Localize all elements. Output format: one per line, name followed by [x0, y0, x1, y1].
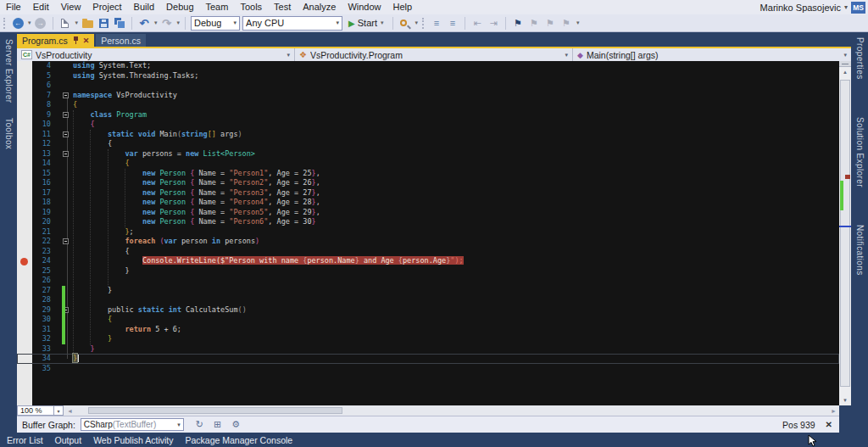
window-icon[interactable]: ⊞ — [214, 419, 221, 430]
account-name[interactable]: Marinko Spasojevic — [760, 3, 841, 13]
outline-margin[interactable] — [61, 81, 73, 91]
code-line[interactable]: 22 foreach (var person in persons) — [17, 237, 839, 247]
menu-build[interactable]: Build — [128, 0, 160, 14]
outline-margin[interactable] — [61, 237, 73, 247]
collapse-icon[interactable] — [63, 131, 69, 137]
outline-margin[interactable] — [61, 266, 73, 277]
sidebar-tab-server-explorer[interactable]: Server Explorer — [4, 39, 14, 103]
outline-margin[interactable] — [61, 120, 73, 130]
open-file-button[interactable] — [81, 16, 94, 31]
new-file-button[interactable] — [58, 16, 72, 31]
code-line[interactable]: 27 } — [17, 286, 839, 296]
undo-dropdown-icon[interactable]: ▾ — [154, 20, 158, 26]
code-line[interactable]: 11 static void Main(string[] args) — [17, 130, 839, 140]
zoom-level-dropdown[interactable]: 100 % — [17, 405, 54, 416]
menu-project[interactable]: Project — [86, 0, 127, 14]
code-line[interactable]: 20 new Person { Name = "Person6", Age = … — [17, 217, 839, 227]
code-line[interactable]: 9 class Program — [17, 110, 839, 120]
editor-vertical-scrollbar[interactable]: ▲ ▼ — [839, 61, 851, 405]
account-avatar[interactable]: MS — [851, 2, 865, 14]
outline-margin[interactable] — [61, 159, 73, 169]
save-all-button[interactable] — [113, 16, 126, 31]
code-line[interactable]: 4using System.Text; — [17, 61, 839, 71]
save-button[interactable] — [97, 16, 110, 31]
buffer-type-dropdown[interactable]: CSharp (TextBuffer) ▾ — [81, 418, 184, 431]
menu-test[interactable]: Test — [268, 0, 297, 14]
toolbar-grip[interactable] — [422, 18, 426, 29]
toggle-bookmark-button[interactable]: ⚑ — [511, 16, 525, 31]
code-line[interactable]: 8{ — [17, 100, 839, 110]
code-line[interactable]: 32 } — [17, 334, 839, 344]
close-icon[interactable]: ✕ — [826, 420, 832, 429]
code-line[interactable]: 19 new Person { Name = "Person5", Age = … — [17, 208, 839, 218]
collapse-icon[interactable] — [63, 151, 69, 157]
platform-dropdown[interactable]: Any CPU ▾ — [242, 16, 342, 31]
outline-margin[interactable] — [61, 100, 73, 110]
outline-margin[interactable] — [61, 130, 73, 140]
outline-margin[interactable] — [61, 149, 73, 159]
type-dropdown[interactable]: ❖ VsProductivity.Program ▾ — [295, 48, 573, 61]
code-line[interactable]: 13 var persons = new List<Person> — [17, 149, 839, 159]
code-line[interactable]: 12 { — [17, 139, 839, 149]
outline-margin[interactable] — [61, 169, 73, 179]
document-tab-person-cs[interactable]: Person.cs — [96, 34, 146, 47]
collapse-icon[interactable] — [63, 112, 69, 118]
clear-bookmarks-button[interactable]: ⚑ — [559, 16, 573, 31]
outline-margin[interactable] — [61, 276, 73, 286]
close-icon[interactable]: ✕ — [83, 36, 90, 45]
pin-icon[interactable] — [73, 36, 79, 44]
menu-analyze[interactable]: Analyze — [297, 0, 342, 14]
outline-margin[interactable] — [61, 217, 73, 227]
statusbar-web-publish-activity[interactable]: Web Publish Activity — [93, 435, 173, 445]
toolbar-overflow-icon[interactable]: ▾ — [415, 20, 419, 26]
menu-window[interactable]: Window — [342, 0, 387, 14]
toolbar-grip[interactable] — [3, 18, 7, 29]
decrease-indent-button[interactable]: ⇤ — [470, 16, 484, 31]
outline-margin[interactable] — [61, 364, 73, 374]
scrollbar-thumb[interactable] — [840, 80, 850, 387]
menu-tools[interactable]: Tools — [234, 0, 268, 14]
redo-dropdown-icon[interactable]: ▾ — [177, 20, 181, 26]
outline-margin[interactable] — [61, 188, 73, 198]
new-file-dropdown-icon[interactable]: ▾ — [75, 20, 79, 26]
code-line[interactable]: 14 { — [17, 159, 839, 169]
editor-horizontal-scrollbar[interactable] — [76, 405, 828, 416]
menu-debug[interactable]: Debug — [160, 0, 199, 14]
outline-margin[interactable] — [61, 354, 73, 364]
outline-margin[interactable] — [61, 110, 73, 120]
scroll-down-icon[interactable]: ▼ — [839, 396, 851, 405]
undo-button[interactable]: ↶ — [137, 16, 151, 31]
navigate-back-button[interactable]: ← — [11, 16, 25, 31]
scroll-left-icon[interactable]: ◄ — [64, 408, 76, 414]
menu-view[interactable]: View — [55, 0, 87, 14]
outline-margin[interactable] — [61, 208, 73, 218]
outline-margin[interactable] — [61, 71, 73, 81]
menu-help[interactable]: Help — [387, 0, 419, 14]
outline-margin[interactable] — [61, 198, 73, 208]
code-line[interactable]: 7namespace VsProductivity — [17, 91, 839, 101]
account-dropdown-icon[interactable]: ▾ — [844, 3, 848, 11]
code-line[interactable]: 33 } — [17, 344, 839, 355]
code-line[interactable]: 15 new Person { Name = "Person1", Age = … — [17, 169, 839, 179]
project-dropdown[interactable]: C# VsProductivity ▾ — [17, 48, 295, 61]
outline-margin[interactable] — [61, 139, 73, 149]
code-line[interactable]: 17 new Person { Name = "Person3", Age = … — [17, 188, 839, 198]
sidebar-tab-properties[interactable]: Properties — [855, 37, 865, 80]
menu-team[interactable]: Team — [200, 0, 235, 14]
outline-margin[interactable] — [61, 61, 73, 71]
start-debugging-button[interactable]: ▶ Start ▾ — [345, 16, 387, 31]
debug-target-dropdown[interactable]: Debug ▾ — [191, 16, 240, 31]
code-editor[interactable]: 4using System.Text;5using System.Threadi… — [17, 61, 839, 405]
zoom-dropdown-icon[interactable]: ▾ — [54, 405, 64, 416]
toolbar-overflow-icon[interactable]: ▾ — [576, 20, 580, 26]
sync-icon[interactable]: ↻ — [196, 419, 203, 430]
find-in-files-button[interactable] — [398, 16, 412, 31]
statusbar-error-list[interactable]: Error List — [7, 435, 43, 445]
member-dropdown[interactable]: ◆ Main(string[] args) ▾ — [573, 48, 851, 61]
back-dropdown-icon[interactable]: ▾ — [28, 20, 31, 26]
uncomment-button[interactable]: ≡ — [446, 16, 459, 31]
outline-margin[interactable] — [61, 344, 73, 355]
code-line[interactable]: 5using System.Threading.Tasks; — [17, 71, 839, 81]
code-line[interactable]: 28 — [17, 295, 839, 305]
code-line[interactable]: 21 }; — [17, 227, 839, 237]
